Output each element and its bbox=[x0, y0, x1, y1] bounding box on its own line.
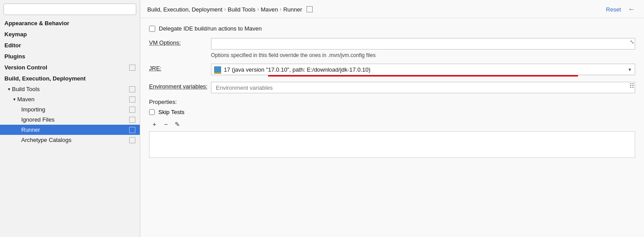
maven-expand: ▾ bbox=[13, 97, 15, 102]
breadcrumb-sep-1: › bbox=[224, 6, 226, 12]
delegate-checkbox-row: Delegate IDE build/run actions to Maven bbox=[149, 25, 635, 32]
sidebar: Appearance & Behavior Keymap Editor Plug… bbox=[0, 0, 140, 237]
jre-select[interactable]: 17 (java version "17.0.10", path: E:/dow… bbox=[211, 64, 635, 75]
properties-section: Properties: Skip Tests + − ✎ bbox=[149, 99, 635, 158]
breadcrumb-part-3: Maven bbox=[261, 6, 278, 13]
jre-content: 17 (java version "17.0.10", path: E:/dow… bbox=[211, 64, 635, 76]
properties-toolbar: + − ✎ bbox=[149, 119, 635, 130]
vm-options-hint: Options specified in this field override… bbox=[211, 52, 635, 58]
breadcrumb-part-4: Runner bbox=[283, 6, 302, 13]
env-input-wrap: ☷ bbox=[211, 82, 635, 93]
properties-table bbox=[149, 131, 635, 158]
vm-input-wrap: ⤡ bbox=[211, 38, 635, 50]
sidebar-search-wrap bbox=[4, 4, 136, 15]
breadcrumb-part-1: Build, Execution, Deployment bbox=[147, 6, 222, 13]
breadcrumb: Build, Execution, Deployment › Build Too… bbox=[147, 6, 313, 13]
content-area: Delegate IDE build/run actions to Maven … bbox=[140, 18, 644, 237]
delegate-checkbox-label: Delegate IDE build/run actions to Maven bbox=[159, 25, 262, 32]
settings-icon-archetype-catalogs bbox=[129, 137, 135, 143]
breadcrumb-sep-2: › bbox=[257, 6, 259, 12]
env-vars-edit-button[interactable]: ☷ bbox=[629, 83, 634, 89]
reset-button[interactable]: Reset bbox=[604, 5, 623, 14]
main-panel: Build, Execution, Deployment › Build Too… bbox=[140, 0, 644, 237]
sidebar-item-plugins[interactable]: Plugins bbox=[0, 51, 140, 62]
sidebar-item-version-control[interactable]: Version Control bbox=[0, 62, 140, 73]
breadcrumb-actions: Reset ← bbox=[604, 4, 637, 14]
add-property-button[interactable]: + bbox=[149, 119, 160, 130]
skip-tests-checkbox[interactable] bbox=[149, 109, 155, 115]
back-button[interactable]: ← bbox=[626, 4, 637, 14]
sidebar-item-maven[interactable]: ▾ Maven bbox=[0, 94, 140, 104]
settings-icon-importing bbox=[129, 107, 135, 113]
skip-tests-label: Skip Tests bbox=[158, 109, 184, 115]
env-vars-content: ☷ bbox=[211, 82, 635, 93]
jre-dropdown-button[interactable]: ▼ bbox=[628, 67, 632, 72]
breadcrumb-settings-icon bbox=[307, 6, 313, 12]
sidebar-item-appearance[interactable]: Appearance & Behavior bbox=[0, 18, 140, 29]
breadcrumb-sep-3: › bbox=[280, 6, 281, 12]
properties-label: Properties: bbox=[149, 99, 635, 105]
vm-options-content: ⤡ Options specified in this field overri… bbox=[211, 38, 635, 58]
build-tools-expand: ▾ bbox=[8, 87, 10, 92]
search-input[interactable] bbox=[4, 4, 136, 15]
breadcrumb-part-2: Build Tools bbox=[228, 6, 256, 13]
jre-row: JRE: 17 (java version "17.0.10", path: E… bbox=[149, 64, 635, 76]
delegate-checkbox[interactable] bbox=[149, 26, 155, 32]
sidebar-item-editor[interactable]: Editor bbox=[0, 40, 140, 51]
sidebar-item-keymap[interactable]: Keymap bbox=[0, 29, 140, 40]
sidebar-item-runner[interactable]: Runner bbox=[0, 125, 140, 135]
remove-property-button[interactable]: − bbox=[161, 119, 171, 130]
jre-progress-bar bbox=[268, 75, 578, 76]
jre-label: JRE: bbox=[149, 64, 211, 72]
breadcrumb-bar: Build, Execution, Deployment › Build Too… bbox=[140, 0, 644, 18]
sidebar-item-importing[interactable]: Importing bbox=[0, 104, 140, 115]
settings-icon-ignored-files bbox=[129, 117, 135, 123]
env-vars-label: Environment variables: bbox=[149, 82, 211, 90]
settings-icon-maven bbox=[129, 96, 135, 103]
settings-icon bbox=[129, 65, 135, 71]
env-vars-row: Environment variables: ☷ bbox=[149, 82, 635, 93]
sidebar-item-archetype-catalogs[interactable]: Archetype Catalogs bbox=[0, 135, 140, 145]
jre-wrap: 17 (java version "17.0.10", path: E:/dow… bbox=[211, 64, 635, 76]
sidebar-item-build-execution[interactable]: Build, Execution, Deployment bbox=[0, 73, 140, 84]
sidebar-item-build-tools[interactable]: ▾ Build Tools bbox=[0, 84, 140, 94]
vm-options-row: VM Options: ⤡ Options specified in this … bbox=[149, 38, 635, 58]
env-vars-input[interactable] bbox=[211, 82, 635, 93]
jre-folder-icon bbox=[214, 66, 221, 73]
sidebar-item-ignored-files[interactable]: Ignored Files bbox=[0, 115, 140, 125]
settings-icon-runner bbox=[129, 127, 135, 133]
edit-property-button[interactable]: ✎ bbox=[172, 119, 183, 130]
vm-options-input[interactable] bbox=[211, 38, 635, 50]
skip-tests-row: Skip Tests bbox=[149, 109, 635, 115]
vm-options-label: VM Options: bbox=[149, 38, 211, 46]
vm-options-expand-button[interactable]: ⤡ bbox=[630, 39, 634, 45]
jre-value-text: 17 (java version "17.0.10", path: E:/dow… bbox=[224, 66, 625, 73]
settings-icon-build-tools bbox=[129, 86, 135, 92]
